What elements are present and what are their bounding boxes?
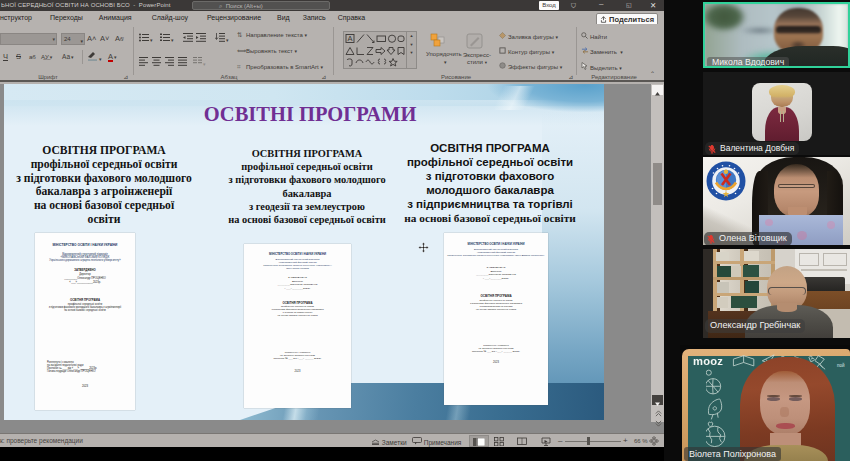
svg-text:A: A [348, 34, 353, 43]
